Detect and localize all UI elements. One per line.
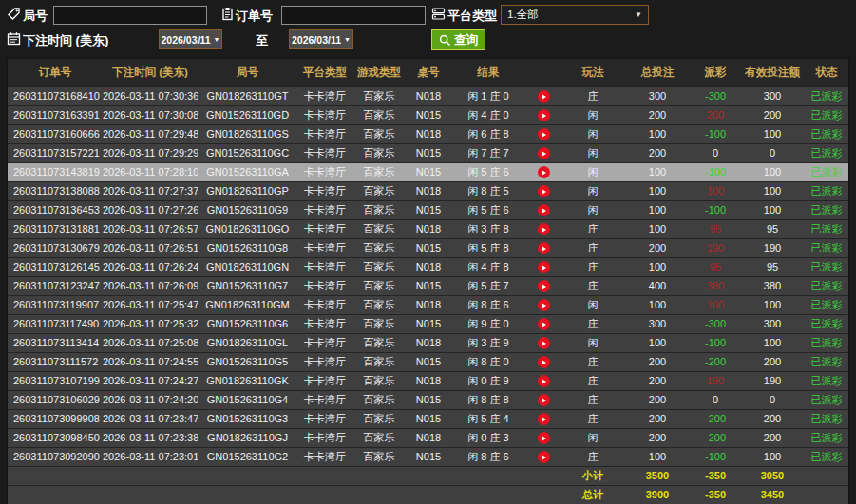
table-row[interactable]: 2603110731684102026-03-11 07:30:36GN0182… xyxy=(8,86,848,105)
table-row[interactable]: 2603110731606662026-03-11 07:29:48GN0182… xyxy=(8,124,848,143)
replay-button[interactable] xyxy=(538,432,550,444)
platform-cell: 卡卡湾厅 xyxy=(297,448,352,466)
table-row[interactable]: 2603110731174902026-03-11 07:25:32GN0152… xyxy=(8,314,848,333)
table-row[interactable]: 2603110731318812026-03-11 07:26:57GN0182… xyxy=(8,219,848,238)
table-row[interactable]: 2603110730920902026-03-11 07:23:01GN0152… xyxy=(8,447,848,466)
empty-cell xyxy=(352,467,406,485)
order-no-cell: 260311073117490 xyxy=(8,315,103,333)
replay-button[interactable] xyxy=(538,223,550,235)
replay-cell xyxy=(525,106,561,124)
game-no-input[interactable] xyxy=(53,6,207,25)
replay-button[interactable] xyxy=(538,166,550,178)
valid-bet-cell: 300 xyxy=(740,315,805,333)
platform-cell: 卡卡湾厅 xyxy=(297,163,352,181)
table-row[interactable]: 2603110731232472026-03-11 07:26:09GN0152… xyxy=(8,276,848,295)
bet-time-cell: 2026-03-11 07:23:47 xyxy=(103,410,198,428)
replay-button[interactable] xyxy=(538,280,550,292)
table-row[interactable]: 2603110730999082026-03-11 07:23:47GN0152… xyxy=(8,409,848,428)
replay-button[interactable] xyxy=(538,356,550,368)
table-no-cell: N015 xyxy=(406,239,451,257)
game-no-label: 局号 xyxy=(23,8,48,25)
table-row[interactable]: 2603110730984502026-03-11 07:23:38GN0182… xyxy=(8,428,848,447)
replay-button[interactable] xyxy=(538,204,550,216)
table-row[interactable]: 2603110731134142026-03-11 07:25:08GN0182… xyxy=(8,333,848,352)
result-cell: 闲 0 庄 9 xyxy=(451,372,525,390)
result-cell: 闲 0 庄 3 xyxy=(451,429,525,447)
table-row[interactable]: 2603110731306792026-03-11 07:26:51GN0152… xyxy=(8,238,848,257)
play-type-cell: 庄 xyxy=(561,220,624,238)
game-type-cell: 百家乐 xyxy=(352,106,406,124)
table-row[interactable]: 2603110731199072026-03-11 07:25:47GN0182… xyxy=(8,295,848,314)
replay-button[interactable] xyxy=(538,318,550,330)
date-from-picker[interactable]: 2026/03/11 ▼ xyxy=(159,29,222,49)
game-type-cell: 百家乐 xyxy=(352,372,406,390)
replay-button[interactable] xyxy=(538,413,550,425)
subtotal-row-value: 3500 xyxy=(624,467,691,485)
result-cell: 闲 5 庄 6 xyxy=(451,163,525,181)
search-button[interactable]: 查询 xyxy=(431,29,485,50)
status-cell: 已派彩 xyxy=(805,163,848,181)
replay-button[interactable] xyxy=(538,185,550,197)
order-no-cell: 260311073168410 xyxy=(8,87,103,105)
table-no-cell: N015 xyxy=(406,201,451,219)
table-row[interactable]: 2603110731261452026-03-11 07:26:24GN0182… xyxy=(8,257,848,276)
order-no-label: 订单号 xyxy=(236,8,273,25)
game-type-cell: 百家乐 xyxy=(352,239,406,257)
payout-cell: 95 xyxy=(691,220,740,238)
replay-button[interactable] xyxy=(538,299,550,311)
order-no-cell: 260311073107199 xyxy=(8,372,103,390)
tag-icon xyxy=(7,7,21,21)
replay-cell xyxy=(525,182,561,200)
replay-button[interactable] xyxy=(538,337,550,349)
table-row[interactable]: 2603110731380882026-03-11 07:27:37GN0182… xyxy=(8,181,848,200)
valid-bet-cell: 0 xyxy=(740,391,805,409)
replay-cell xyxy=(525,277,561,295)
table-no-cell: N015 xyxy=(406,277,451,295)
replay-button[interactable] xyxy=(538,242,550,254)
total-bet-cell: 100 xyxy=(624,334,691,352)
platform-cell: 卡卡湾厅 xyxy=(297,106,352,124)
table-row[interactable]: 2603110731572212026-03-11 07:29:29GN0152… xyxy=(8,143,848,162)
platform-cell: 卡卡湾厅 xyxy=(297,220,352,238)
table-row[interactable]: 2603110731071992026-03-11 07:24:27GN0182… xyxy=(8,371,848,390)
table-row[interactable]: 2603110731438192026-03-11 07:28:10GN0152… xyxy=(8,162,848,181)
order-no-cell: 260311073138088 xyxy=(8,182,103,200)
replay-button[interactable] xyxy=(538,147,550,159)
total-bet-cell: 200 xyxy=(624,106,691,124)
replay-button[interactable] xyxy=(538,90,550,103)
column-header: 派彩 xyxy=(691,59,740,86)
total-bet-cell: 200 xyxy=(624,429,691,447)
table-row[interactable]: 2603110731364532026-03-11 07:27:26GN0152… xyxy=(8,200,848,219)
total-bet-cell: 100 xyxy=(624,125,691,143)
replay-cell xyxy=(525,353,561,371)
replay-button[interactable] xyxy=(538,451,550,463)
valid-bet-cell: 190 xyxy=(740,239,805,257)
status-cell: 已派彩 xyxy=(805,391,848,409)
replay-button[interactable] xyxy=(538,375,550,387)
total-bet-cell: 400 xyxy=(624,277,691,295)
round-no-cell: GN018263110GM xyxy=(198,296,297,314)
table-row[interactable]: 2603110731633912026-03-11 07:30:08GN0152… xyxy=(8,105,848,124)
valid-bet-cell: 100 xyxy=(740,201,805,219)
total-bet-cell: 300 xyxy=(624,315,691,333)
valid-bet-cell: 100 xyxy=(740,182,805,200)
bet-time-cell: 2026-03-11 07:27:37 xyxy=(103,182,198,200)
result-cell: 闲 8 庄 8 xyxy=(451,391,525,409)
total-bet-cell: 100 xyxy=(624,448,691,466)
play-icon xyxy=(542,360,546,365)
status-cell: 已派彩 xyxy=(805,106,848,124)
result-cell: 闲 9 庄 0 xyxy=(451,315,525,333)
game-type-cell: 百家乐 xyxy=(352,125,406,143)
order-no-input[interactable] xyxy=(281,6,426,25)
replay-button[interactable] xyxy=(538,394,550,406)
platform-cell: 卡卡湾厅 xyxy=(297,182,352,200)
replay-cell xyxy=(525,258,561,276)
table-row[interactable]: 2603110731115722026-03-11 07:24:55GN0152… xyxy=(8,352,848,371)
replay-button[interactable] xyxy=(538,261,550,273)
replay-button[interactable] xyxy=(538,109,550,121)
date-to-picker[interactable]: 2026/03/11 ▼ xyxy=(289,29,353,49)
replay-button[interactable] xyxy=(538,128,550,140)
valid-bet-cell: 95 xyxy=(740,220,805,238)
table-row[interactable]: 2603110731060292026-03-11 07:24:20GN0152… xyxy=(8,390,848,409)
platform-type-select[interactable]: 1.全部 ▼ xyxy=(501,5,649,25)
